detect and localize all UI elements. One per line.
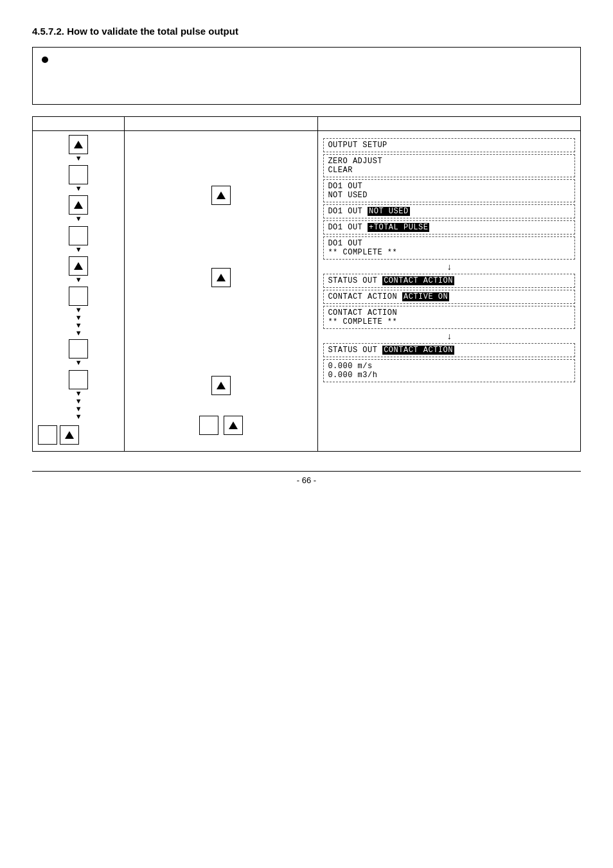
screen7-line2: CONTACT ACTION xyxy=(382,276,454,285)
display-do1-out-2: DO1 OUT NOT USED xyxy=(323,204,575,218)
screen10-line1: STATUS OUT xyxy=(328,346,377,355)
icon-row-7: ▼ xyxy=(35,339,121,367)
display-output-setup: OUTPUT SETUP xyxy=(323,138,575,152)
icon-row-8: ▼ ▼ ▼ ▼ xyxy=(35,370,121,420)
arrow-down-2: ▼ xyxy=(75,184,82,193)
display-do1-complete: DO1 OUT ** COMPLETE ** xyxy=(323,236,575,260)
triangle-btn-3[interactable] xyxy=(69,256,88,276)
screen10-line2: CONTACT ACTION xyxy=(382,346,454,355)
screen11-line1: 0.000 m/s xyxy=(328,362,571,371)
square-btn-5[interactable] xyxy=(69,370,88,389)
screen8-highlight: ACTIVE ON xyxy=(402,292,449,301)
screen3-line1: DO1 OUT xyxy=(328,182,571,191)
screen7-line1: STATUS OUT xyxy=(328,276,377,285)
mid-icon-1 xyxy=(127,186,315,205)
mid-triangle-3[interactable] xyxy=(211,376,231,395)
mid-square-1[interactable] xyxy=(199,416,218,435)
display-measurement: 0.000 m/s 0.000 m3/h xyxy=(323,359,575,382)
display-zero-adjust: ZERO ADJUST CLEAR xyxy=(323,154,575,177)
triangle-btn-4[interactable] xyxy=(60,425,79,445)
screen3-line2: NOT USED xyxy=(328,191,571,200)
display-do1-out-3: DO1 OUT +TOTAL PULSE xyxy=(323,220,575,235)
mid-triangle-1[interactable] xyxy=(211,186,231,205)
left-col: ▼ ▼ ▼ ▼ xyxy=(33,131,125,452)
multi-arrow-2: ▼ ▼ ▼ ▼ xyxy=(75,389,82,420)
bottom-icons-left xyxy=(35,423,121,447)
icon-row-4: ▼ xyxy=(35,226,121,254)
bullet-icon xyxy=(42,57,48,63)
icon-row-1: ▼ xyxy=(35,135,121,163)
square-btn-6[interactable] xyxy=(38,425,57,445)
display-do1-out-1: DO1 OUT NOT USED xyxy=(323,179,575,202)
screen4-highlight: NOT USED xyxy=(368,207,410,216)
screen8-line1: CONTACT ACTION xyxy=(328,292,397,301)
triangle-btn-1[interactable] xyxy=(69,135,88,154)
square-btn-4[interactable] xyxy=(69,339,88,359)
screen4-line1: DO1 OUT xyxy=(328,207,362,216)
arrow-down-4: ▼ xyxy=(75,245,82,254)
mid-triangle-4[interactable] xyxy=(224,416,243,435)
col-header-1 xyxy=(33,117,125,131)
square-btn-3[interactable] xyxy=(69,287,88,306)
display-status-out-1: STATUS OUT CONTACT ACTION xyxy=(323,274,575,288)
screen2-line2: CLEAR xyxy=(328,166,571,175)
mid-icon-3 xyxy=(127,376,315,395)
col-header-3 xyxy=(318,117,581,131)
info-box xyxy=(32,47,581,105)
display-contact-complete: CONTACT ACTION ** COMPLETE ** xyxy=(323,306,575,329)
square-btn-1[interactable] xyxy=(69,165,88,184)
screen1-line1: OUTPUT SETUP xyxy=(328,141,571,150)
icon-row-2: ▼ xyxy=(35,165,121,193)
icon-row-6: ▼ ▼ ▼ ▼ xyxy=(35,287,121,337)
mid-icon-2 xyxy=(127,268,315,287)
arrow-between-1: ↓ xyxy=(323,261,575,272)
square-btn-2[interactable] xyxy=(69,226,88,245)
mid-col xyxy=(125,131,318,452)
screen8-line2: ACTIVE ON xyxy=(402,292,449,301)
icon-row-5: ▼ xyxy=(35,256,121,284)
screen2-line1: ZERO ADJUST xyxy=(328,157,571,166)
icon-row-3: ▼ xyxy=(35,195,121,223)
screen7-highlight: CONTACT ACTION xyxy=(382,276,454,285)
arrow-down-3: ▼ xyxy=(75,215,82,223)
page-footer: - 66 - xyxy=(32,471,581,485)
arrow-down-6: ▼ xyxy=(75,359,82,367)
screen5-line1: DO1 OUT xyxy=(328,223,362,232)
screen5-highlight: +TOTAL PULSE xyxy=(368,223,429,232)
page-number: - 66 - xyxy=(297,475,316,485)
screen6-line1: DO1 OUT xyxy=(328,239,571,248)
screen5-line2: +TOTAL PULSE xyxy=(368,223,429,232)
screen9-line1: CONTACT ACTION xyxy=(328,308,571,317)
arrow-between-2: ↓ xyxy=(323,331,575,341)
display-contact-action-1: CONTACT ACTION ACTIVE ON xyxy=(323,290,575,304)
section-title: 4.5.7.2. How to validate the total pulse… xyxy=(32,26,581,37)
screen10-highlight: CONTACT ACTION xyxy=(382,346,454,355)
col-header-2 xyxy=(125,117,318,131)
screen9-line2: ** COMPLETE ** xyxy=(328,317,571,326)
mid-triangle-2[interactable] xyxy=(211,268,231,287)
screen6-line2: ** COMPLETE ** xyxy=(328,248,571,257)
right-col: OUTPUT SETUP ZERO ADJUST CLEAR DO1 OUT N… xyxy=(318,131,581,452)
display-status-out-2: STATUS OUT CONTACT ACTION xyxy=(323,343,575,357)
right-col-inner: OUTPUT SETUP ZERO ADJUST CLEAR DO1 OUT N… xyxy=(322,134,576,387)
triangle-btn-2[interactable] xyxy=(69,195,88,215)
screen11-line2: 0.000 m3/h xyxy=(328,371,571,380)
screen4-line2: NOT USED xyxy=(368,207,410,216)
multi-arrow-1: ▼ ▼ ▼ ▼ xyxy=(75,306,82,337)
diagram-table: ▼ ▼ ▼ ▼ xyxy=(32,116,581,452)
arrow-down-5: ▼ xyxy=(75,276,82,284)
arrow-down-1: ▼ xyxy=(75,154,82,163)
